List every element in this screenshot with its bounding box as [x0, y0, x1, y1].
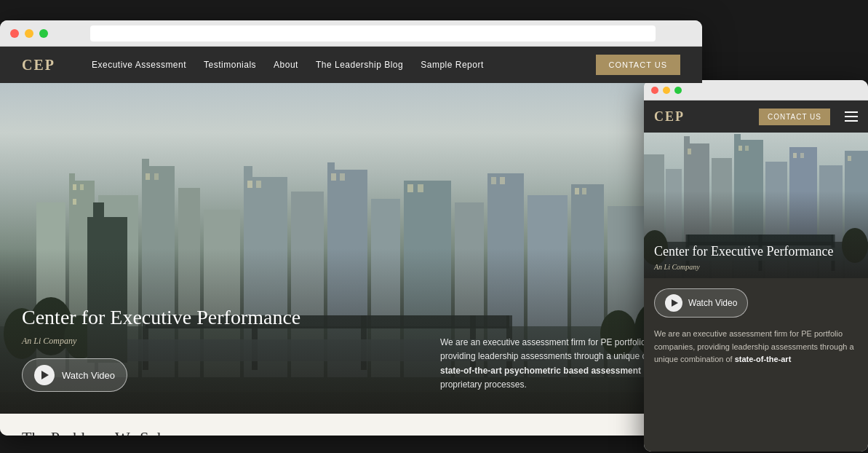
svg-rect-37 [73, 184, 76, 190]
svg-rect-77 [848, 156, 851, 161]
hamburger-line-2 [845, 116, 858, 117]
nav-about[interactable]: About [274, 60, 298, 70]
svg-rect-38 [80, 184, 84, 190]
svg-rect-39 [73, 199, 76, 205]
window-minimize-dot[interactable] [25, 29, 33, 38]
section-title-problems: The Problems We Solve [22, 428, 680, 436]
window2-minimize-dot[interactable] [663, 87, 670, 94]
nav-executive-assessment[interactable]: Executive Assessment [92, 60, 186, 70]
svg-rect-51 [582, 188, 586, 194]
svg-rect-47 [418, 184, 423, 192]
browser-window-1: CEP Executive Assessment Testimonials Ab… [0, 20, 702, 436]
hero-title-1: Center for Executive Performance [22, 305, 411, 330]
hero2-subtitle: An Li Company [654, 263, 858, 271]
nav-logo-1[interactable]: CEP [22, 57, 55, 74]
watch-video-label-2: Watch Video [688, 298, 737, 308]
window2-close-dot[interactable] [651, 87, 658, 94]
hero2-desc-text: We are an executive assessment firm for … [654, 329, 854, 363]
svg-rect-46 [407, 184, 413, 192]
hamburger-line-3 [845, 120, 858, 122]
below-hero-section: The Problems We Solve [0, 414, 702, 436]
window-maximize-dot[interactable] [39, 29, 48, 38]
svg-rect-49 [500, 177, 505, 184]
svg-rect-59 [734, 134, 741, 143]
svg-rect-74 [688, 149, 691, 154]
hero2-content: Center for Executive Performance An Li C… [654, 244, 858, 271]
svg-rect-76 [800, 153, 804, 158]
svg-rect-36 [93, 202, 104, 221]
hero-content-1: Center for Executive Performance An Li C… [22, 305, 411, 392]
svg-rect-50 [575, 188, 579, 194]
nav-links-1: Executive Assessment Testimonials About … [92, 60, 574, 70]
play-icon-1 [34, 365, 55, 385]
nav-leadership-blog[interactable]: The Leadership Blog [316, 60, 403, 70]
watch-video-button-2[interactable]: Watch Video [654, 288, 748, 318]
hero2-description: We are an executive assessment firm for … [654, 328, 858, 366]
play-triangle-1 [41, 371, 49, 379]
svg-rect-75 [793, 153, 797, 158]
svg-rect-12 [327, 162, 335, 172]
hamburger-menu-icon[interactable] [845, 111, 858, 122]
svg-rect-72 [738, 146, 742, 151]
window-close-dot[interactable] [10, 29, 19, 38]
play-triangle-2 [672, 299, 678, 307]
watch-video-label-1: Watch Video [62, 370, 115, 381]
svg-rect-9 [244, 166, 252, 179]
hero2-title: Center for Executive Performance [654, 244, 858, 260]
hero-section-1: Center for Executive Performance An Li C… [0, 83, 702, 414]
address-bar[interactable] [90, 25, 656, 42]
browser-chrome-2 [644, 80, 868, 101]
svg-rect-48 [491, 177, 496, 184]
nav-sample-report[interactable]: Sample Report [421, 60, 484, 70]
svg-rect-2 [69, 173, 75, 184]
nav-testimonials[interactable]: Testimonials [204, 60, 256, 70]
navbar-1: CEP Executive Assessment Testimonials Ab… [0, 47, 702, 83]
nav-contact-button-2[interactable]: CONTACT US [759, 109, 830, 125]
nav-logo-2[interactable]: CEP [654, 109, 685, 125]
svg-rect-56 [684, 136, 690, 146]
svg-rect-41 [154, 173, 159, 180]
window2-maximize-dot[interactable] [674, 87, 682, 94]
svg-rect-42 [247, 181, 252, 188]
play-icon-2 [665, 294, 682, 312]
svg-rect-73 [745, 146, 749, 151]
watch-video-button-1[interactable]: Watch Video [22, 358, 127, 392]
navbar-2: CEP CONTACT US [644, 101, 868, 133]
site-container-2: CEP CONTACT US [644, 101, 868, 452]
hero2-lower: Watch Video We are an executive assessme… [644, 278, 868, 452]
svg-rect-5 [142, 159, 149, 169]
hero-subtitle-1: An Li Company [22, 336, 411, 347]
hamburger-line-1 [845, 111, 858, 113]
svg-rect-44 [331, 173, 336, 181]
svg-rect-43 [256, 181, 261, 188]
browser-window-2: CEP CONTACT US [644, 80, 868, 452]
hero-section-2: Center for Executive Performance An Li C… [644, 133, 868, 278]
svg-rect-45 [340, 173, 345, 181]
browser-chrome-1 [0, 20, 702, 47]
hero-desc-text: We are an executive assessment firm for … [440, 337, 677, 390]
svg-rect-40 [146, 173, 150, 180]
nav-contact-button-1[interactable]: CONTACT US [596, 55, 681, 75]
site-container-1: CEP Executive Assessment Testimonials Ab… [0, 47, 702, 436]
